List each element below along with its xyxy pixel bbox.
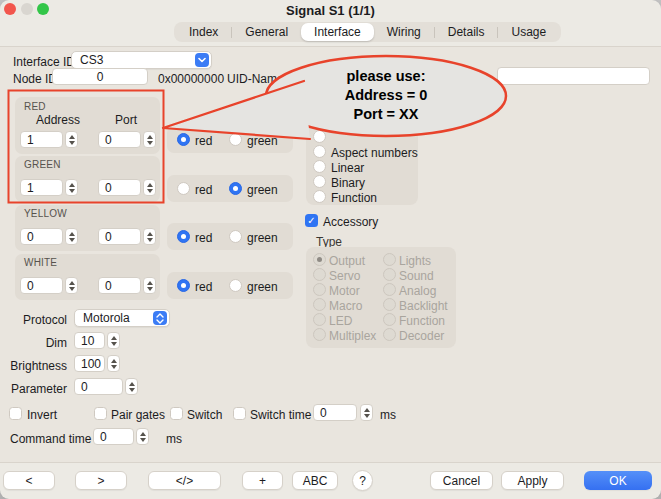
command-time-input[interactable]: 0 [93, 428, 134, 445]
window-title: Signal S1 (1/1) [0, 3, 661, 18]
yellow-address-stepper[interactable] [65, 228, 78, 245]
red-address-stepper[interactable] [65, 131, 78, 148]
dim-input[interactable]: 10 [74, 332, 105, 349]
green-gate-green-radio[interactable] [229, 182, 242, 195]
dim-stepper[interactable] [107, 332, 120, 349]
green-gate-red-label: red [195, 183, 212, 197]
red-gate-red-label: red [195, 134, 212, 148]
parameter-stepper[interactable] [125, 378, 138, 395]
node-id-hex: 0x00000000 [158, 72, 224, 86]
dim-label: Dim [10, 336, 67, 350]
type-macro-label: Macro [329, 299, 362, 313]
tab-details[interactable]: Details [435, 23, 498, 41]
accessory-checkbox[interactable]: ✓ [305, 214, 318, 227]
red-port-stepper[interactable] [143, 131, 156, 148]
command-time-label: Command time [10, 432, 91, 446]
yellow-port-input[interactable]: 0 [98, 228, 141, 245]
address-header: Address [36, 113, 80, 127]
type-lights-label: Lights [399, 254, 431, 268]
command-time-stepper[interactable] [136, 428, 149, 445]
tab-wiring[interactable]: Wiring [374, 23, 434, 41]
tab-usage[interactable]: Usage [498, 23, 559, 41]
tab-index[interactable]: Index [176, 23, 231, 41]
white-gate-red-radio[interactable] [177, 279, 190, 292]
pair-gates-checkbox[interactable] [94, 407, 107, 420]
white-address-input[interactable]: 0 [20, 277, 63, 294]
green-port-stepper[interactable] [143, 179, 156, 196]
port-header: Port [115, 113, 137, 127]
red-gate-green-radio[interactable] [229, 133, 242, 146]
red-gate-red-radio[interactable] [177, 133, 190, 146]
apply-button[interactable]: Apply [501, 471, 564, 490]
green-address-input[interactable]: 1 [20, 179, 63, 196]
parameter-label: Parameter [10, 382, 67, 396]
type-analog-radio [383, 283, 396, 296]
yellow-gate-green-radio[interactable] [229, 230, 242, 243]
mode-hidden-radio[interactable] [313, 130, 326, 143]
white-port-stepper[interactable] [143, 277, 156, 294]
white-gate-name: WHITE [24, 257, 57, 268]
tab-interface[interactable]: Interface [301, 23, 374, 41]
red-port-input[interactable]: 0 [98, 131, 141, 148]
white-gate-green-radio[interactable] [229, 279, 242, 292]
green-port-input[interactable]: 0 [98, 179, 141, 196]
switch-time-stepper[interactable] [360, 404, 373, 421]
interface-id-select[interactable]: CS3 [71, 51, 212, 69]
switch-time-input[interactable]: 0 [313, 404, 357, 421]
next-button[interactable]: > [75, 471, 127, 490]
node-id-label: Node ID [13, 72, 57, 86]
cancel-button[interactable]: Cancel [430, 471, 493, 490]
mode-linear-label: Linear [331, 161, 364, 175]
mode-binary-label: Binary [331, 176, 365, 190]
switch-time-checkbox[interactable] [233, 407, 246, 420]
tab-general[interactable]: General [232, 23, 301, 41]
help-button[interactable]: ? [352, 470, 373, 491]
yellow-gate-red-label: red [195, 231, 212, 245]
brightness-stepper[interactable] [107, 355, 120, 372]
node-id-input[interactable]: 0 [52, 68, 148, 85]
title-bar: Signal S1 (1/1) [0, 0, 661, 20]
uid-name-input[interactable] [497, 67, 650, 85]
prev-button[interactable]: < [3, 471, 55, 490]
type-multiplex-radio [313, 328, 326, 341]
add-button[interactable]: + [242, 471, 283, 490]
brightness-label: Brightness [10, 359, 67, 373]
switch-time-label: Switch time [250, 408, 311, 422]
green-address-stepper[interactable] [65, 179, 78, 196]
type-output-radio [313, 253, 326, 266]
white-port-input[interactable]: 0 [98, 277, 141, 294]
white-address-stepper[interactable] [65, 277, 78, 294]
mode-function-label: Function [331, 191, 377, 205]
code-button[interactable]: </> [148, 471, 221, 490]
type-backlight-radio [383, 298, 396, 311]
yellow-port-stepper[interactable] [143, 228, 156, 245]
red-address-input[interactable]: 1 [20, 131, 63, 148]
protocol-select[interactable]: Motorola [74, 309, 170, 327]
type-led-radio [313, 313, 326, 326]
red-gate-green-label: green [247, 134, 278, 148]
parameter-input[interactable]: 0 [74, 378, 123, 395]
interface-id-value: CS3 [80, 53, 103, 67]
mode-linear-radio[interactable] [313, 160, 326, 173]
type-decoder-label: Decoder [399, 329, 444, 343]
brightness-input[interactable]: 100 [74, 355, 105, 372]
mode-function-radio[interactable] [313, 190, 326, 203]
type-function-label: Function [399, 314, 445, 328]
red-gate-name: RED [24, 101, 46, 112]
green-gate-green-label: green [247, 183, 278, 197]
yellow-gate-name: YELLOW [24, 208, 67, 219]
mode-aspect-numbers-radio[interactable] [313, 145, 326, 158]
yellow-gate-red-radio[interactable] [177, 230, 190, 243]
ok-button[interactable]: OK [584, 471, 652, 490]
yellow-address-input[interactable]: 0 [20, 228, 63, 245]
invert-checkbox[interactable] [9, 407, 22, 420]
abc-button[interactable]: ABC [292, 471, 338, 490]
uid-name-label: UID-Name: [227, 72, 287, 86]
type-backlight-label: Backlight [399, 299, 448, 313]
mode-binary-radio[interactable] [313, 175, 326, 188]
yellow-gate-green-label: green [247, 231, 278, 245]
protocol-label: Protocol [10, 313, 67, 327]
green-gate-red-radio[interactable] [177, 182, 190, 195]
accessory-label: Accessory [323, 215, 378, 229]
switch-checkbox[interactable] [170, 407, 183, 420]
